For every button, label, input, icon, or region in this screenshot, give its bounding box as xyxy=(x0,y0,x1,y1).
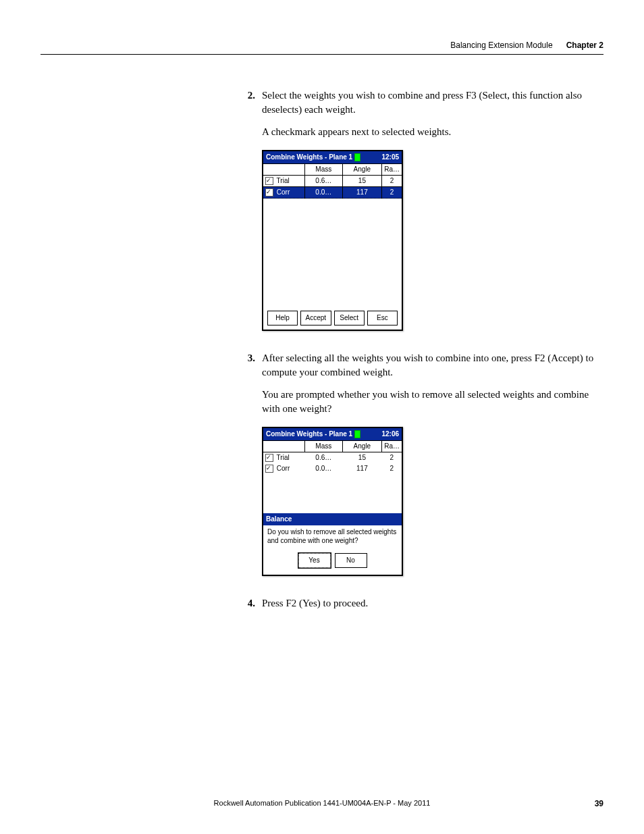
step-3-note: You are prompted whether you wish to rem… xyxy=(262,388,608,416)
accept-button[interactable]: Accept xyxy=(300,311,331,325)
step-number: 4. xyxy=(243,596,255,610)
row-mass: 0.6… xyxy=(305,176,343,187)
row-mass: 0.6… xyxy=(305,452,343,464)
device-title: Combine Weights - Plane 1 xyxy=(266,153,352,162)
check-icon xyxy=(265,465,273,473)
col-mass: Mass xyxy=(305,164,343,176)
battery-icon xyxy=(354,430,360,438)
device-screenshot-1: Combine Weights - Plane 1 12:05 Mass Ang… xyxy=(262,150,403,331)
table-row[interactable]: Trial 0.6… 15 2 xyxy=(263,176,402,187)
page-number: 39 xyxy=(595,799,603,808)
row-ra: 2 xyxy=(382,187,402,199)
row-angle: 117 xyxy=(342,187,382,199)
check-icon xyxy=(265,188,273,197)
col-ra: Ra… xyxy=(382,164,402,176)
device-screenshot-2: Combine Weights - Plane 1 12:06 Mass Ang… xyxy=(262,427,403,576)
device-title: Combine Weights - Plane 1 xyxy=(266,429,352,439)
dialog-buttons: Yes No xyxy=(263,549,402,575)
col-angle: Angle xyxy=(342,164,382,176)
no-button[interactable]: No xyxy=(335,553,367,568)
row-mass: 0.0… xyxy=(305,187,343,199)
device-clock: 12:05 xyxy=(381,153,399,162)
step-number: 3. xyxy=(243,351,255,380)
step-text: After selecting all the weights you wish… xyxy=(262,351,608,380)
row-angle: 15 xyxy=(342,452,382,464)
device-titlebar: Combine Weights - Plane 1 12:06 xyxy=(263,428,402,440)
col-angle: Angle xyxy=(342,441,382,452)
device-clock: 12:06 xyxy=(381,429,399,439)
col-mass: Mass xyxy=(305,441,343,452)
footer-publication: Rockwell Automation Publication 1441-UM0… xyxy=(0,799,644,807)
col-ra: Ra… xyxy=(382,441,402,452)
col-blank xyxy=(263,441,305,452)
help-button[interactable]: Help xyxy=(267,311,298,325)
step-4: 4. Press F2 (Yes) to proceed. xyxy=(243,596,608,610)
step-number: 2. xyxy=(243,88,255,117)
table-row[interactable]: Corr 0.0… 117 2 xyxy=(263,463,402,474)
row-name: Trial xyxy=(277,454,290,461)
row-name: Trial xyxy=(277,177,290,184)
battery-icon xyxy=(354,153,360,161)
col-blank xyxy=(263,164,305,176)
check-icon xyxy=(265,177,273,185)
row-ra: 2 xyxy=(382,463,402,474)
step-text: Press F2 (Yes) to proceed. xyxy=(262,596,608,610)
row-mass: 0.0… xyxy=(305,463,343,474)
device-titlebar: Combine Weights - Plane 1 12:05 xyxy=(263,151,402,163)
page-header: Balancing Extension Module Chapter 2 xyxy=(41,41,603,55)
row-ra: 2 xyxy=(382,452,402,464)
check-icon xyxy=(265,454,273,462)
yes-button[interactable]: Yes xyxy=(298,553,331,568)
step-text: Select the weights you wish to combine a… xyxy=(262,88,608,117)
row-angle: 15 xyxy=(342,176,382,187)
row-angle: 117 xyxy=(342,463,382,474)
table-row-selected[interactable]: Corr 0.0… 117 2 xyxy=(263,187,402,199)
row-ra: 2 xyxy=(382,176,402,187)
chapter-label: Chapter 2 xyxy=(566,41,603,50)
dialog-line: and combine with one weight? xyxy=(267,537,398,546)
esc-button[interactable]: Esc xyxy=(367,311,398,325)
row-name: Corr xyxy=(277,188,290,196)
row-name: Corr xyxy=(277,465,290,472)
dialog-body: Do you wish to remove all selected weigh… xyxy=(263,525,402,549)
weights-table: Mass Angle Ra… Trial 0.6… 15 2 Corr 0.0…… xyxy=(263,440,402,474)
dialog-line: Do you wish to remove all selected weigh… xyxy=(267,528,398,537)
step-2-note: A checkmark appears next to selected wei… xyxy=(262,125,608,139)
select-button[interactable]: Select xyxy=(334,311,365,325)
dialog-title: Balance xyxy=(263,513,402,525)
weights-table: Mass Angle Ra… Trial 0.6… 15 2 Corr 0.0…… xyxy=(263,163,402,199)
step-2: 2. Select the weights you wish to combin… xyxy=(243,88,608,117)
section-title: Balancing Extension Module xyxy=(450,41,552,50)
device-button-row: Help Accept Select Esc xyxy=(263,307,402,330)
step-3: 3. After selecting all the weights you w… xyxy=(243,351,608,380)
table-row[interactable]: Trial 0.6… 15 2 xyxy=(263,452,402,464)
